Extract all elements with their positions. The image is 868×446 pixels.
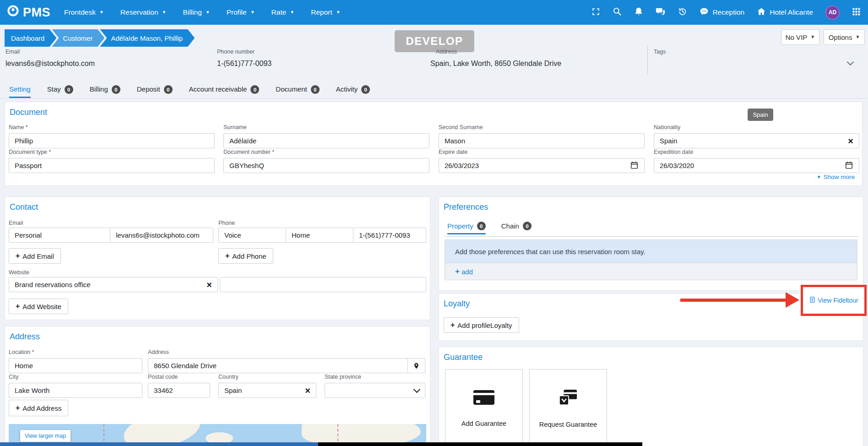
options-button[interactable]: Options▼ [824,29,865,45]
phone-number-input[interactable]: 1-(561)777-0093 [353,228,426,243]
document-number-input[interactable]: GBYheshQ [223,158,429,173]
contact-phone-label: Phone [218,220,235,226]
map-pin-icon[interactable] [407,359,425,373]
clear-country-icon[interactable]: × [305,386,310,395]
plus-icon: + [455,267,460,276]
country-input[interactable]: Spain× [218,383,316,398]
tags-label: Tags [654,49,666,55]
nav-menu-report[interactable]: Report▼ [311,8,340,16]
email-type-input[interactable]: Personal [9,228,110,243]
expire-date-label: Expire date [439,149,645,155]
app-logo[interactable]: PMS [6,4,50,21]
tab-stay[interactable]: Stay0 [47,85,73,98]
tab-account-receivable[interactable]: Account receivable0 [189,85,260,98]
clear-website-icon[interactable]: × [206,280,212,289]
add-email-button[interactable]: +Add Email [9,248,61,264]
tab-setting[interactable]: Setting [9,85,31,98]
document-number-label: Document number * [223,149,429,155]
property-count-badge: 0 [477,222,486,230]
breadcrumb-dashboard[interactable]: Dashboard [5,29,56,47]
customer-phone-value: 1-(561)777-0093 [217,60,271,68]
address-label: Address [148,349,425,355]
contact-email-label: Email [9,220,23,226]
tab-document[interactable]: Document0 [276,85,319,98]
surname-label: Surname [223,124,429,131]
second-surname-input[interactable]: Mason [439,133,645,148]
document-type-input[interactable]: Passport [9,158,215,173]
nav-menu-reservation[interactable]: Reservation▼ [120,8,167,16]
profile-tabs: Setting Stay0 Billing0 Deposit0 Account … [0,85,868,98]
nav-menu-profile[interactable]: Profile▼ [227,8,255,16]
tab-billing[interactable]: Billing0 [90,85,120,98]
address-input[interactable]: 8650 Glendale Drive [148,358,425,373]
nav-menu-frontdesk[interactable]: Frontdesk▼ [64,8,104,16]
website-url-input[interactable] [220,277,426,292]
breadcrumb-current-customer[interactable]: Adélaïde Mason, Phillip [100,29,195,47]
nav-menus: Frontdesk▼ Reservation▼ Billing▼ Profile… [64,8,341,16]
expedition-date-input[interactable]: 26/03/2020 [654,158,859,173]
add-website-button[interactable]: +Add Website [9,299,68,314]
reception-selector[interactable]: Reception [700,7,744,18]
add-profile-loyalty-button[interactable]: +Add profileLoyalty [444,317,519,333]
view-larger-map-button[interactable]: View larger map [20,430,71,442]
view-fideltour-highlight-box: View Fideltour [801,285,867,316]
surname-input[interactable]: Adélaïde [223,133,429,148]
show-more-link[interactable]: ▼Show more [817,174,855,180]
email-address-input[interactable]: levans6s@istockphoto.com [110,228,213,243]
postal-code-label: Postal code [148,374,210,380]
phone-type-input[interactable]: Voice [218,228,286,243]
apps-grid-icon[interactable] [852,7,861,18]
request-guarantee-tile[interactable]: Request Guarantee [529,369,607,446]
loyalty-card: Loyalty +Add profileLoyalty [439,293,863,341]
location-label: Location * [9,349,142,355]
postal-code-input[interactable]: 33462 [148,383,210,398]
nav-menu-billing[interactable]: Billing▼ [183,8,210,16]
state-province-select[interactable] [325,383,425,398]
plus-icon: + [16,404,20,412]
phone-location-input[interactable]: Home [286,228,353,243]
breadcrumb-customer[interactable]: Customer [52,29,104,47]
tags-expand-chevron-icon[interactable] [847,59,854,66]
search-icon[interactable] [613,7,622,18]
tab-deposit-count-badge: 0 [164,85,173,94]
city-input[interactable]: Lake Worth [9,383,142,398]
plus-icon: + [16,252,20,260]
nav-menu-rate[interactable]: Rate▼ [271,8,295,16]
document-section-title: Document [10,108,47,117]
clear-nationality-icon[interactable]: × [848,136,853,146]
tab-account-receivable-count-badge: 0 [250,85,259,94]
loyalty-section-title: Loyalty [444,299,470,309]
preferences-tab-chain[interactable]: Chain0 [501,222,532,234]
chevron-down-icon: ▼ [810,35,815,39]
add-guarantee-tile[interactable]: Add Guarantee [445,369,523,446]
tab-deposit[interactable]: Deposit0 [137,85,173,98]
add-phone-button[interactable]: +Add Phone [218,248,273,264]
calendar-icon[interactable] [845,161,853,171]
annotation-arrow-line [680,299,790,302]
tab-activity[interactable]: Activity0 [336,85,370,98]
view-fideltour-link[interactable]: View Fideltour [809,296,858,305]
user-avatar[interactable]: AD [825,5,840,20]
website-input[interactable]: Brand reservations office× [9,277,218,292]
nationality-input[interactable]: Spain× [654,133,859,148]
history-icon[interactable] [678,7,687,18]
add-preference-link[interactable]: +add [445,263,857,280]
preferences-tab-property[interactable]: Property0 [447,222,486,234]
plus-icon: + [16,302,20,310]
messages-icon[interactable] [656,7,665,18]
expire-date-input[interactable]: 26/03/2023 [439,158,645,173]
chevron-down-icon: ▼ [336,10,341,15]
request-guarantee-label: Request Guarantee [539,421,597,428]
location-input[interactable]: Home [9,358,142,373]
fullscreen-icon[interactable] [591,7,600,18]
name-input[interactable]: Phillip [9,133,215,148]
add-address-button[interactable]: +Add Address [9,400,68,416]
tags-divider [647,46,648,74]
no-vip-button[interactable]: No VIP▼ [781,29,819,45]
plus-icon: + [450,321,455,329]
preferences-tab-divider [444,236,858,237]
guarantee-card: Guarantee Add Guarantee Request Guarante… [439,347,863,446]
calendar-icon[interactable] [630,161,639,171]
notifications-bell-icon[interactable] [634,7,643,18]
hotel-selector[interactable]: Hotel Alicante [757,7,813,18]
